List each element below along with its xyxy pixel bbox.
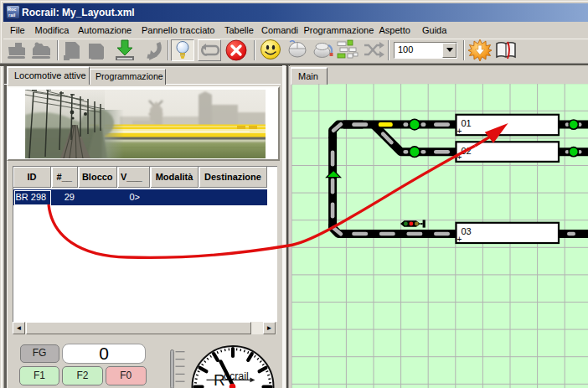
svg-text:rail: rail (8, 13, 16, 18)
svg-text:ocrail: ocrail (224, 370, 249, 382)
svg-text:R: R (214, 371, 225, 388)
svg-text:Roc: Roc (8, 7, 16, 12)
